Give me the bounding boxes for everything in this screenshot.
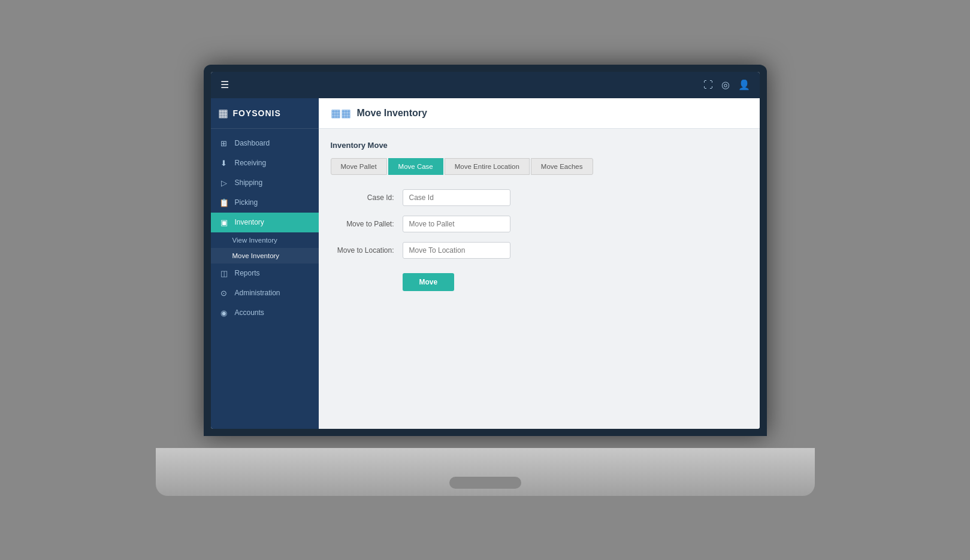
main-body: ▦ FOYSONIS ⊞ Dashboard ⬇ Receiving bbox=[211, 98, 760, 429]
sidebar-item-label: Receiving bbox=[235, 159, 267, 167]
sidebar-item-inventory[interactable]: ▣ Inventory bbox=[211, 213, 319, 232]
sidebar-subitem-view-inventory[interactable]: View Inventory bbox=[211, 232, 319, 248]
sidebar-logo: ▦ FOYSONIS bbox=[211, 98, 319, 129]
topnav-left: ☰ bbox=[220, 79, 229, 90]
tab-move-case[interactable]: Move Case bbox=[388, 158, 443, 175]
move-to-location-field-group: Move to Location: bbox=[331, 242, 748, 259]
case-id-field-group: Case Id: bbox=[331, 189, 748, 206]
sidebar-item-label: Accounts bbox=[235, 308, 264, 317]
tab-move-pallet[interactable]: Move Pallet bbox=[331, 158, 387, 175]
shipping-icon: ▷ bbox=[219, 178, 229, 187]
section-title: Inventory Move bbox=[331, 141, 748, 150]
move-to-location-input[interactable] bbox=[403, 242, 510, 259]
sidebar-item-administration[interactable]: ⊙ Administration bbox=[211, 283, 319, 303]
move-to-pallet-input[interactable] bbox=[403, 216, 510, 232]
sidebar-item-dashboard[interactable]: ⊞ Dashboard bbox=[211, 134, 319, 153]
picking-icon: 📋 bbox=[219, 198, 229, 207]
page-header: ▦▦ Move Inventory bbox=[319, 98, 760, 129]
sidebar-item-shipping[interactable]: ▷ Shipping bbox=[211, 173, 319, 193]
sidebar-item-picking[interactable]: 📋 Picking bbox=[211, 193, 319, 213]
page-header-icon: ▦▦ bbox=[331, 107, 351, 120]
move-to-pallet-label: Move to Pallet: bbox=[331, 220, 403, 228]
tab-move-eaches[interactable]: Move Eaches bbox=[531, 158, 593, 175]
topnav-right: ⛶ ◎ 👤 bbox=[703, 79, 750, 90]
receiving-icon: ⬇ bbox=[219, 159, 229, 168]
laptop-base bbox=[156, 448, 815, 496]
move-to-location-label: Move to Location: bbox=[331, 246, 403, 255]
inventory-icon: ▣ bbox=[219, 218, 229, 227]
reports-icon: ◫ bbox=[219, 269, 229, 278]
sidebar-item-receiving[interactable]: ⬇ Receiving bbox=[211, 153, 319, 173]
sidebar: ▦ FOYSONIS ⊞ Dashboard ⬇ Receiving bbox=[211, 98, 319, 429]
sidebar-item-label: Reports bbox=[235, 269, 260, 277]
tab-move-entire-location[interactable]: Move Entire Location bbox=[445, 158, 530, 175]
sidebar-item-accounts[interactable]: ◉ Accounts bbox=[211, 303, 319, 323]
globe-icon[interactable]: ◎ bbox=[721, 79, 730, 90]
top-navigation: ☰ ⛶ ◎ 👤 bbox=[211, 72, 760, 98]
logo-text: FOYSONIS bbox=[233, 108, 281, 118]
dashboard-icon: ⊞ bbox=[219, 139, 229, 148]
fullscreen-icon[interactable]: ⛶ bbox=[703, 80, 713, 90]
sidebar-navigation: ⊞ Dashboard ⬇ Receiving ▷ Shipping bbox=[211, 129, 319, 429]
move-button[interactable]: Move bbox=[403, 273, 455, 291]
page-body: Inventory Move Move Pallet Move Case Mov… bbox=[319, 129, 760, 303]
main-content: ▦▦ Move Inventory Inventory Move Move Pa… bbox=[319, 98, 760, 429]
page-title: Move Inventory bbox=[357, 108, 427, 119]
hamburger-menu-icon[interactable]: ☰ bbox=[220, 79, 229, 90]
sidebar-subitem-move-inventory[interactable]: Move Inventory bbox=[211, 248, 319, 264]
sidebar-item-label: Picking bbox=[235, 198, 258, 207]
sidebar-item-label: Administration bbox=[235, 289, 280, 297]
accounts-icon: ◉ bbox=[219, 308, 229, 317]
sidebar-item-reports[interactable]: ◫ Reports bbox=[211, 264, 319, 283]
case-id-label: Case Id: bbox=[331, 193, 403, 202]
sidebar-item-label: Shipping bbox=[235, 178, 263, 187]
logo-icon: ▦ bbox=[218, 107, 228, 120]
app-container: ☰ ⛶ ◎ 👤 ▦ FOYSONIS bbox=[211, 72, 760, 429]
case-id-input[interactable] bbox=[403, 189, 510, 206]
sidebar-item-label: Dashboard bbox=[235, 139, 270, 147]
user-icon[interactable]: 👤 bbox=[738, 79, 750, 90]
laptop-notch bbox=[449, 477, 521, 489]
move-to-pallet-field-group: Move to Pallet: bbox=[331, 216, 748, 232]
sidebar-item-label: Inventory bbox=[235, 218, 264, 226]
tab-bar: Move Pallet Move Case Move Entire Locati… bbox=[331, 158, 748, 175]
administration-icon: ⊙ bbox=[219, 289, 229, 298]
